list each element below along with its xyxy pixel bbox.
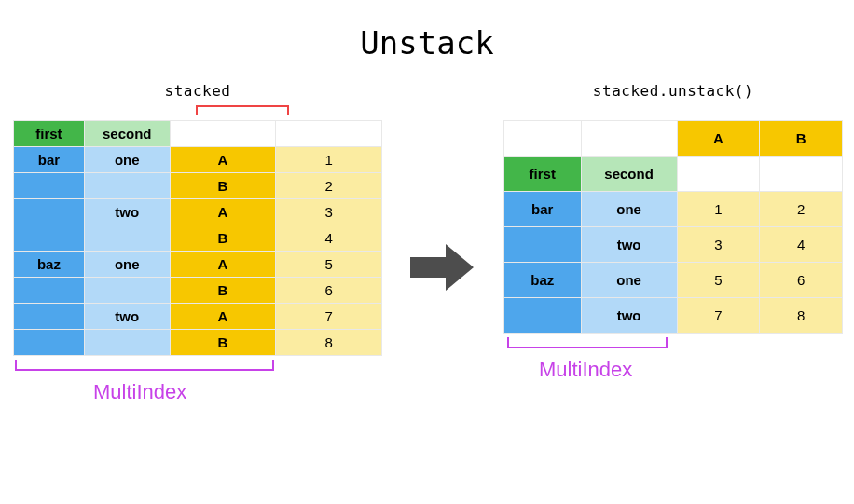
cell-col: A [170, 199, 276, 225]
cell-second: two [84, 199, 170, 225]
header-blank-2 [276, 121, 382, 147]
cell-b: 8 [760, 298, 843, 334]
cell-second [84, 278, 170, 304]
cell-second [84, 225, 170, 252]
diagram-canvas: stacked first second bar one A 1 B [0, 61, 854, 500]
cell-second: one [84, 252, 170, 278]
cell-second [84, 173, 170, 199]
multiindex-bracket [503, 335, 843, 352]
cell-val: 8 [276, 330, 382, 356]
cell-first [14, 225, 85, 252]
unstacked-panel: stacked.unstack() A B first second bar o… [503, 61, 843, 382]
cell-first [14, 330, 85, 356]
cell-second: two [581, 227, 677, 263]
table-row: B 8 [14, 330, 382, 356]
header-blank-1 [170, 121, 276, 147]
arrow-right-icon [408, 238, 477, 296]
cell-col: B [170, 330, 276, 356]
cell-a: 5 [677, 263, 760, 298]
table-row: two 3 4 [504, 227, 843, 263]
unstacked-label: stacked.unstack() [503, 82, 843, 100]
table-row: two A 3 [14, 199, 382, 225]
cell-b: 4 [760, 227, 843, 263]
multiindex-label: MultiIndex [13, 380, 382, 404]
table-row: bar one A 1 [14, 147, 382, 173]
table-row: baz one A 5 [14, 252, 382, 278]
cell-val: 3 [276, 199, 382, 225]
page-title: Unstack [0, 0, 854, 61]
cell-second: one [581, 192, 677, 227]
cell-col: A [170, 147, 276, 173]
table-row: two A 7 [14, 304, 382, 330]
table-row: baz one 5 6 [504, 263, 843, 298]
cell-first [504, 298, 582, 334]
cell-first [14, 304, 85, 330]
cell-first: bar [14, 147, 85, 173]
table-row: bar one 1 2 [504, 192, 843, 227]
cell-first [504, 227, 582, 263]
cell-first: baz [14, 252, 85, 278]
cell-first [14, 278, 85, 304]
col-header-b: B [760, 121, 843, 157]
cell-b: 2 [760, 192, 843, 227]
cell-col: A [170, 304, 276, 330]
corner-blank [581, 121, 677, 157]
cell-second: one [581, 263, 677, 298]
cell-val: 6 [276, 278, 382, 304]
multiindex-bracket [13, 358, 382, 375]
cell-first: bar [504, 192, 582, 227]
cell-col: B [170, 278, 276, 304]
stacked-panel: stacked first second bar one A 1 B [13, 61, 382, 404]
cell-b: 6 [760, 263, 843, 298]
header-first: first [504, 157, 582, 192]
cell-first [14, 173, 85, 199]
cell-val: 1 [276, 147, 382, 173]
corner-blank [504, 121, 582, 157]
cell-val: 7 [276, 304, 382, 330]
cell-a: 3 [677, 227, 760, 263]
table-row: B 2 [14, 173, 382, 199]
multiindex-label: MultiIndex [503, 358, 843, 382]
cell-col: B [170, 225, 276, 252]
header-blank [677, 157, 760, 192]
table-row: two 7 8 [504, 298, 843, 334]
cell-first: baz [504, 263, 582, 298]
header-blank [760, 157, 843, 192]
header-second: second [581, 157, 677, 192]
header-second: second [84, 121, 170, 147]
cell-val: 2 [276, 173, 382, 199]
cell-val: 5 [276, 252, 382, 278]
inner-column-bracket [13, 105, 382, 120]
unstacked-table: A B first second bar one 1 2 two 3 4 [503, 120, 843, 334]
cell-first [14, 199, 85, 225]
stacked-table: first second bar one A 1 B 2 two A [13, 120, 382, 356]
cell-val: 4 [276, 225, 382, 252]
cell-col: A [170, 252, 276, 278]
table-row: B 4 [14, 225, 382, 252]
cell-second: one [84, 147, 170, 173]
stacked-label: stacked [13, 82, 382, 100]
col-header-a: A [677, 121, 760, 157]
cell-second: two [84, 304, 170, 330]
table-row: B 6 [14, 278, 382, 304]
cell-col: B [170, 173, 276, 199]
cell-second [84, 330, 170, 356]
header-first: first [14, 121, 85, 147]
cell-a: 1 [677, 192, 760, 227]
cell-second: two [581, 298, 677, 334]
cell-a: 7 [677, 298, 760, 334]
